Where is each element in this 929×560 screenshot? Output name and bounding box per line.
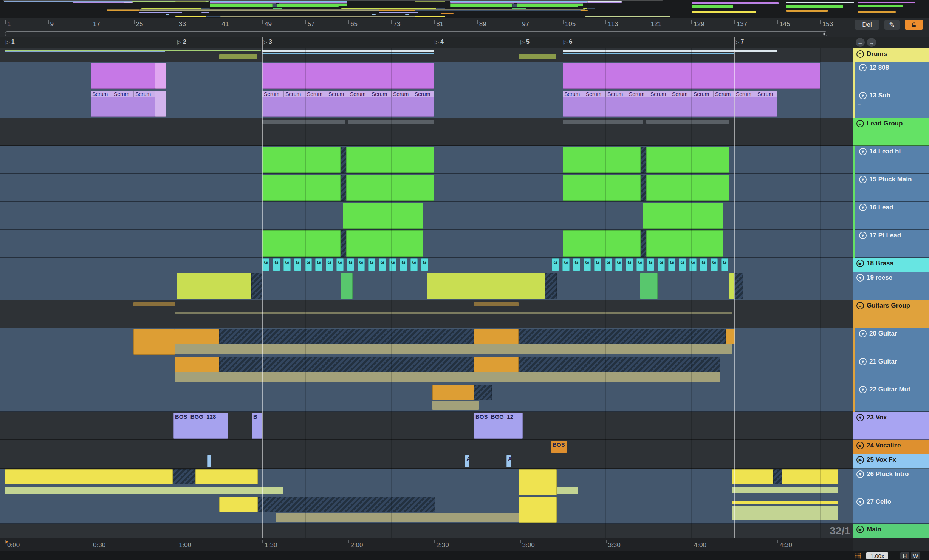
lane-group-drums[interactable] (0, 48, 853, 62)
lane-track-13-sub[interactable]: SerumSerumSerumSerumSerumSerumSerumSerum… (0, 90, 853, 118)
clip-track-18-brass[interactable]: G (615, 258, 622, 271)
clip-track-18-brass[interactable]: G (421, 258, 428, 271)
track-header-track-12-808[interactable]: ▼12 808 (853, 62, 929, 90)
clip-track-18-brass[interactable]: G (647, 258, 654, 271)
beat-time-ruler[interactable]: 1917253341495765738189971051131211291371… (0, 18, 853, 31)
clip-track-23-vox[interactable]: B (252, 413, 262, 439)
clip-track-19-reese[interactable] (729, 273, 734, 299)
clip-track-12-808[interactable] (91, 63, 155, 89)
lane-group-guitars[interactable] (0, 300, 853, 328)
clip-track-26-pluck-intro[interactable] (557, 487, 578, 494)
clip-track-17-pl-lead[interactable] (341, 230, 346, 257)
clip-track-17-pl-lead[interactable] (346, 230, 423, 257)
clip-track-12-808[interactable] (563, 63, 820, 89)
track-group-icon[interactable]: ≡ (856, 120, 864, 127)
clip-track-15-pluck-main[interactable] (262, 175, 341, 201)
track-play-icon[interactable]: ▶ (856, 260, 864, 267)
clip-track-24-vocalize[interactable]: BOS (551, 441, 567, 453)
clip-track-17-pl-lead[interactable] (641, 230, 646, 257)
clip-track-26-pluck-intro[interactable] (5, 487, 283, 494)
clip-track-18-brass[interactable]: G (305, 258, 312, 271)
clip-track-26-pluck-intro[interactable] (773, 469, 782, 484)
track-header-track-14-lead-hi[interactable]: ▼14 Lead hi (853, 146, 929, 174)
clip-track-26-pluck-intro[interactable] (519, 469, 557, 495)
clip-track-18-brass[interactable]: G (668, 258, 675, 271)
clip-track-14-lead-hi[interactable] (262, 147, 341, 173)
width-zoom-button[interactable]: W (911, 552, 920, 559)
clip-track-23-vox[interactable]: BOS_BGG_128 (173, 413, 228, 439)
clip-track-18-brass[interactable]: G (358, 258, 365, 271)
clip-track-13-sub[interactable]: SerumSerum (734, 91, 777, 117)
track-play-icon[interactable]: ▶ (856, 456, 864, 464)
track-fold-icon[interactable]: ▼ (859, 148, 867, 155)
track-header-track-22-guitar-mut[interactable]: ▼22 Guitar Mut (853, 384, 929, 412)
clip-track-27-cello[interactable] (219, 497, 258, 512)
track-fold-icon[interactable]: ▼ (856, 498, 864, 506)
clip-track-16-lead[interactable] (643, 203, 723, 229)
clip-track-18-brass[interactable]: G (347, 258, 354, 271)
track-header-group-guitars[interactable]: ≡Guitars Group (853, 300, 929, 328)
clip-track-26-pluck-intro[interactable] (195, 469, 258, 484)
clip-track-21-guitar[interactable] (519, 357, 720, 372)
locator-flag-3[interactable]: ▷3 (263, 39, 272, 45)
track-play-icon[interactable]: ▶ (856, 526, 864, 533)
clip-track-18-brass[interactable]: G (689, 258, 697, 271)
clip-group-drums[interactable] (262, 53, 434, 54)
track-header-track-26-pluck-intro[interactable]: ▼26 Pluck Intro (853, 469, 929, 496)
lane-track-19-reese[interactable] (0, 272, 853, 300)
clip-track-18-brass[interactable]: G (636, 258, 644, 271)
lane-track-26-pluck-intro[interactable] (0, 469, 853, 496)
previous-locator-button[interactable]: ← (856, 38, 865, 47)
clip-track-15-pluck-main[interactable] (341, 175, 346, 201)
track-header-track-15-pluck-main[interactable]: ▼15 Pluck Main (853, 174, 929, 202)
lane-track-main[interactable] (0, 524, 853, 538)
clip-track-26-pluck-intro[interactable] (732, 487, 838, 493)
clip-track-12-808[interactable] (262, 63, 434, 89)
clip-track-18-brass[interactable]: G (336, 258, 344, 271)
clip-group-drums[interactable] (563, 50, 734, 52)
arrangement-overview[interactable] (0, 0, 929, 18)
clip-group-drums[interactable] (563, 53, 734, 54)
lane-track-12-808[interactable] (0, 62, 853, 90)
clip-group-drums[interactable] (219, 54, 257, 59)
clip-track-18-brass[interactable]: G (273, 258, 280, 271)
track-fold-icon[interactable]: ▼ (856, 274, 864, 282)
clip-track-13-sub[interactable]: SerumSerumSerum (91, 91, 155, 117)
track-header-track-20-guitar[interactable]: ▼20 Guitar (853, 328, 929, 356)
locator-flag-2[interactable]: ▷2 (177, 39, 186, 45)
zoom-level-display[interactable]: 1.00x (866, 552, 888, 559)
clip-track-25-vox-fx[interactable]: A (465, 455, 469, 467)
clip-group-drums[interactable] (5, 51, 165, 52)
clip-track-14-lead-hi[interactable] (341, 147, 346, 173)
clip-track-18-brass[interactable]: G (315, 258, 322, 271)
clip-track-19-reese[interactable] (251, 273, 262, 299)
track-fold-icon[interactable]: ▼ (856, 414, 864, 421)
clip-track-27-cello[interactable] (519, 497, 557, 523)
clip-track-13-sub[interactable]: SerumSerumSerumSerumSerumSerumSerumSerum (563, 91, 734, 117)
clip-track-18-brass[interactable]: G (679, 258, 686, 271)
lane-track-20-guitar[interactable] (0, 328, 853, 356)
time-ruler[interactable]: 0:000:301:001:302:002:303:003:304:004:30 (0, 538, 853, 551)
locator-flag-4[interactable]: ▷4 (435, 39, 444, 45)
clip-track-20-guitar[interactable] (133, 329, 175, 355)
track-fold-icon[interactable]: ▼ (859, 64, 867, 71)
clip-track-18-brass[interactable]: G (594, 258, 601, 271)
clip-track-19-reese[interactable] (427, 273, 545, 299)
clip-group-lead[interactable] (262, 120, 345, 124)
clip-track-13-sub[interactable]: SerumSerumSerumSerumSerumSerumSerumSerum (262, 91, 434, 117)
clip-track-21-guitar[interactable] (175, 357, 219, 372)
next-locator-button[interactable]: → (867, 38, 876, 47)
clip-track-21-guitar[interactable] (219, 357, 474, 372)
clip-track-14-lead-hi[interactable] (563, 147, 641, 173)
locator-flag-1[interactable]: ▷1 (6, 39, 15, 45)
track-header-track-25-vox-fx[interactable]: ▶25 Vox Fx (853, 454, 929, 469)
clip-track-22-guitar-mut[interactable] (432, 401, 479, 410)
lane-track-18-brass[interactable]: GGGGGGGGGGGGGGGGGGGGGGGGGGGGGGGGG (0, 258, 853, 272)
clip-track-14-lead-hi[interactable] (346, 147, 434, 173)
zoom-range-bracket[interactable] (5, 31, 827, 36)
track-header-track-24-vocalize[interactable]: ▶24 Vocalize (853, 440, 929, 454)
lane-group-lead[interactable] (0, 118, 853, 146)
clip-track-17-pl-lead[interactable] (262, 230, 341, 257)
clip-track-13-sub[interactable] (155, 91, 166, 117)
lane-track-21-guitar[interactable] (0, 356, 853, 384)
